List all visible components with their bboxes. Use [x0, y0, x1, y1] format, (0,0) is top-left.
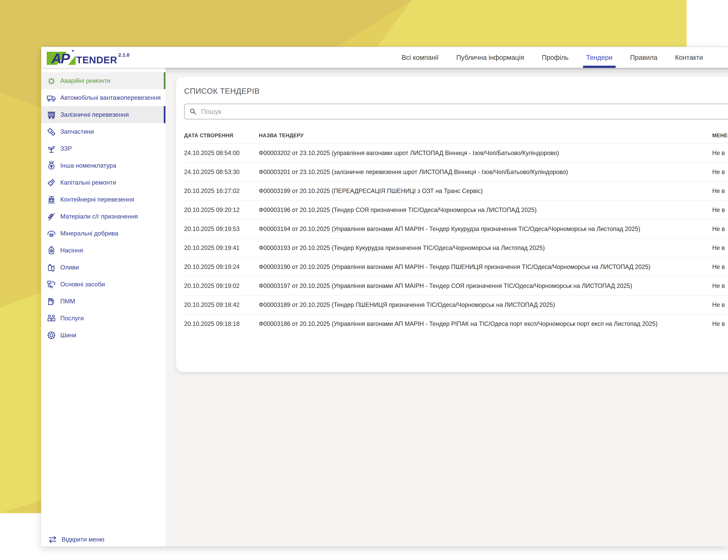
top-nav-item-label: Правила — [630, 54, 657, 61]
ap-logo-mark-icon: AP — [47, 52, 75, 65]
tender-manager-cell: Не в — [712, 320, 728, 327]
container-crane-icon — [46, 194, 57, 205]
sidebar-category-item[interactable]: Оливи — [41, 259, 165, 276]
page-title: СПИСОК ТЕНДЕРІВ — [184, 87, 728, 96]
top-nav-item-label: Публична інформація — [456, 54, 524, 61]
sidebar-item-label: Аварійні ремонти — [60, 77, 110, 84]
top-nav-item[interactable]: Контакти — [675, 47, 703, 68]
tender-created-date: 20.10.2025 16:27:02 — [184, 187, 259, 195]
tender-name: Ф00003189 от 20.10.2025 (Тендер ПШЕНИЦЯ … — [259, 301, 712, 308]
tender-name: Ф00003201 от 23.10.2025 (залізничне пере… — [259, 168, 712, 176]
search-icon — [189, 108, 197, 115]
tenders-card: СПИСОК ТЕНДЕРІВ ДАТА СТВОРЕННЯ НАЗВА ТЕН… — [176, 77, 728, 372]
sidebar-category-item[interactable]: Аварійні ремонти — [41, 72, 165, 89]
tender-manager-cell: Не в — [712, 168, 728, 176]
column-header-menu[interactable]: МЕНЕ — [712, 133, 728, 139]
tenders-table: ДАТА СТВОРЕННЯ НАЗВА ТЕНДЕРУ МЕНЕ 24.10.… — [184, 136, 728, 333]
table-row[interactable]: 20.10.2025 09:19:02 Ф00003197 от 20.10.2… — [184, 276, 728, 295]
sidebar-item-label: Насіння — [60, 247, 83, 254]
sidebar-category-item[interactable]: Основні засоби — [41, 276, 165, 293]
table-row[interactable]: 20.10.2025 09:18:42 Ф00003189 от 20.10.2… — [184, 295, 728, 314]
tender-manager-cell: Не в — [712, 206, 728, 213]
tender-name: Ф00003190 от 20.10.2025 (Управління ваго… — [259, 263, 712, 270]
plant-protection-icon — [46, 143, 57, 154]
tender-manager-cell: Не в — [712, 149, 728, 157]
machinery-icon — [46, 279, 57, 290]
tender-created-date: 20.10.2025 09:19:53 — [184, 225, 259, 232]
tender-name: Ф00003202 от 23.10.2025 (управління ваго… — [259, 149, 712, 157]
tender-name: Ф00003196 от 20.10.2025 (Тендер СОЯ приз… — [259, 206, 712, 213]
sidebar-category-item[interactable]: ПММ — [41, 293, 165, 310]
table-header-row: ДАТА СТВОРЕННЯ НАЗВА ТЕНДЕРУ МЕНЕ — [184, 136, 728, 143]
tender-created-date: 24.10.2025 08:53:30 — [184, 168, 259, 176]
top-nav-item[interactable]: Профіль — [542, 47, 568, 68]
category-sidebar: Аварійні ремонти Автомобільні вантажопер… — [41, 68, 165, 546]
table-row[interactable]: 24.10.2025 08:54:00 Ф00003202 от 23.10.2… — [184, 143, 728, 162]
sidebar-category-item[interactable]: Залізничні перевезення — [41, 106, 165, 123]
search-input[interactable] — [201, 108, 727, 115]
sidebar-category-item[interactable]: Контейнерні перевезення — [41, 191, 165, 208]
top-nav-item[interactable]: Всі компанії — [402, 47, 439, 68]
sidebar-item-label: Інша номенклатура — [60, 162, 116, 169]
top-navigation: Всі компанії Публична інформація Профіль… — [402, 47, 728, 68]
services-icon — [46, 313, 57, 324]
sidebar-category-item[interactable]: Інша номенклатура — [41, 157, 165, 174]
sidebar-category-item[interactable]: Насіння — [41, 242, 165, 259]
fuel-pump-icon — [46, 296, 57, 307]
tender-name: Ф00003197 от 20.10.2025 (Управління ваго… — [259, 282, 712, 289]
sidebar-item-label: Оливи — [60, 264, 79, 271]
sidebar-category-item[interactable]: Шини — [41, 327, 165, 344]
wheat-icon — [46, 211, 57, 222]
page: AP TENDER 2.1.0 Всі компанії Публична ін… — [0, 0, 728, 560]
sidebar-item-label: ЗЗР — [60, 145, 72, 152]
table-row[interactable]: 20.10.2025 09:20:12 Ф00003196 от 20.10.2… — [184, 200, 728, 219]
seeds-icon — [46, 245, 57, 256]
sidebar-item-label: Автомобільні вантажоперевезення — [60, 94, 161, 101]
open-menu-button[interactable]: Відкрити меню — [47, 535, 104, 544]
app-window: AP TENDER 2.1.0 Всі компанії Публична ін… — [41, 47, 728, 546]
swap-arrows-icon — [47, 535, 58, 544]
table-row[interactable]: 24.10.2025 08:53:30 Ф00003201 от 23.10.2… — [184, 162, 728, 181]
column-header-name[interactable]: НАЗВА ТЕНДЕРУ — [259, 133, 712, 139]
table-row[interactable]: 20.10.2025 09:19:24 Ф00003190 от 20.10.2… — [184, 257, 728, 276]
tender-name: Ф00003194 от 20.10.2025 (Управління ваго… — [259, 225, 712, 232]
app-version: 2.1.0 — [118, 52, 130, 58]
sidebar-category-item[interactable]: Автомобільні вантажоперевезення — [41, 89, 165, 106]
sidebar-category-item[interactable]: ЗЗР — [41, 140, 165, 157]
sidebar-category-item[interactable]: Мінеральні добрива — [41, 225, 165, 242]
table-row[interactable]: 20.10.2025 09:18:18 Ф00003186 от 20.10.2… — [184, 314, 728, 333]
app-logo[interactable]: AP TENDER 2.1.0 — [47, 50, 129, 65]
top-nav-item-label: Контакти — [675, 54, 703, 61]
emergency-repairs-icon — [46, 75, 57, 86]
tender-created-date: 20.10.2025 09:18:18 — [184, 320, 259, 327]
sidebar-category-item[interactable]: Капітальні ремонти — [41, 174, 165, 191]
tire-icon — [46, 330, 57, 341]
sidebar-category-item[interactable]: Матеріали с/г призначення — [41, 208, 165, 225]
truck-freight-icon — [46, 92, 57, 103]
logo-word: TENDER — [76, 55, 117, 65]
rail-wagon-icon — [46, 109, 57, 120]
tender-manager-cell: Не в — [712, 263, 728, 270]
tender-manager-cell: Не в — [712, 282, 728, 289]
sidebar-category-item[interactable]: Послуги — [41, 310, 165, 327]
sidebar-item-label: Основні засоби — [60, 281, 105, 288]
sidebar-category-item[interactable]: Запчастини — [41, 123, 165, 140]
sidebar-item-label: Послуги — [60, 315, 84, 322]
spare-parts-icon — [46, 126, 57, 137]
search-box[interactable] — [184, 104, 728, 119]
top-nav-item[interactable]: Публична інформація — [456, 47, 524, 68]
content-area: СПИСОК ТЕНДЕРІВ ДАТА СТВОРЕННЯ НАЗВА ТЕН… — [165, 68, 728, 546]
capital-repairs-icon — [46, 177, 57, 188]
tender-created-date: 24.10.2025 08:54:00 — [184, 149, 259, 157]
column-header-date[interactable]: ДАТА СТВОРЕННЯ — [184, 133, 259, 139]
table-row[interactable]: 20.10.2025 09:19:41 Ф00003193 от 20.10.2… — [184, 238, 728, 257]
table-row[interactable]: 20.10.2025 09:19:53 Ф00003194 от 20.10.2… — [184, 219, 728, 238]
app-header: AP TENDER 2.1.0 Всі компанії Публична ін… — [41, 47, 728, 68]
table-row[interactable]: 20.10.2025 16:27:02 Ф00003199 от 20.10.2… — [184, 181, 728, 200]
open-menu-label: Відкрити меню — [62, 536, 104, 543]
sidebar-item-label: Капітальні ремонти — [60, 179, 116, 186]
app-body: Аварійні ремонти Автомобільні вантажопер… — [41, 68, 728, 546]
top-nav-item[interactable]: Правила — [630, 47, 657, 68]
top-nav-item[interactable]: Тендери — [586, 47, 613, 68]
tender-created-date: 20.10.2025 09:18:42 — [184, 301, 259, 308]
